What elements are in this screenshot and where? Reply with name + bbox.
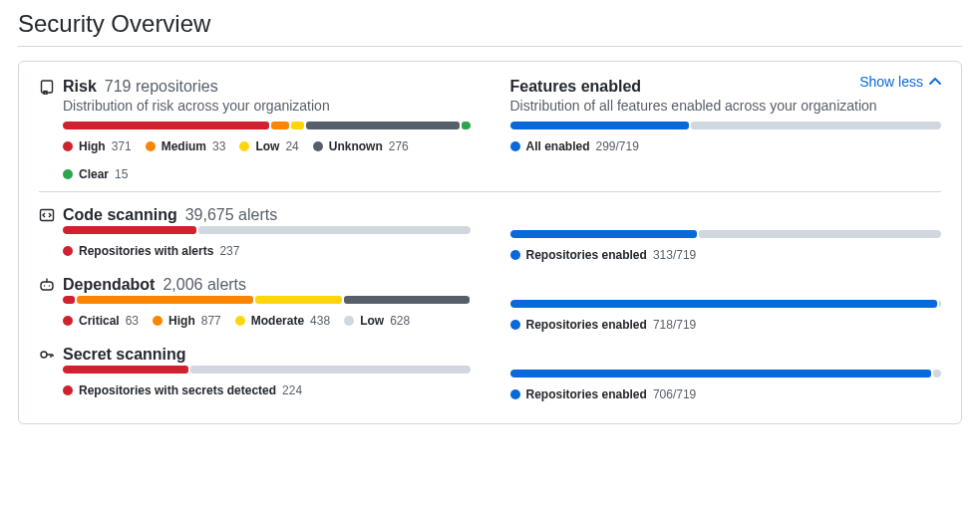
- legend-dot: [510, 389, 520, 399]
- legend-dot: [63, 141, 73, 151]
- legend-label: Unknown: [329, 139, 383, 153]
- bar-segment: [699, 230, 941, 238]
- bar-segment: [344, 296, 470, 304]
- bar-segment: [63, 296, 75, 304]
- risk-subtitle: Distribution of risk across your organiz…: [63, 98, 471, 114]
- legend-dot: [344, 316, 354, 326]
- legend-label: High: [168, 314, 195, 328]
- legend-dot: [146, 141, 156, 151]
- features-section: Features enabled Distribution of all fea…: [510, 78, 942, 181]
- secretscan-left-bar: [63, 366, 471, 374]
- legend-value: 877: [201, 314, 221, 328]
- codescan-section: Code scanning 39,675 alerts Repositories…: [39, 206, 471, 262]
- legend-item[interactable]: Repositories with secrets detected224: [63, 383, 302, 397]
- bar-segment: [255, 296, 343, 304]
- dependabot-left-legend: Critical63High877Moderate438Low628: [63, 314, 471, 328]
- page-title: Security Overview: [18, 10, 962, 47]
- legend-value: 313/719: [653, 248, 696, 262]
- legend-label: Low: [360, 314, 384, 328]
- bar-segment: [63, 366, 188, 374]
- legend-value: 15: [115, 167, 128, 181]
- legend-value: 718/719: [653, 318, 696, 332]
- legend-item[interactable]: Unknown276: [313, 139, 409, 153]
- bar-segment: [190, 366, 470, 374]
- legend-item[interactable]: Repositories with alerts237: [63, 244, 239, 258]
- legend-value: 276: [389, 139, 409, 153]
- legend-value: 237: [219, 244, 239, 258]
- legend-dot: [63, 316, 73, 326]
- legend-item[interactable]: Critical63: [63, 314, 139, 328]
- legend-item[interactable]: Low628: [344, 314, 410, 328]
- secretscan-right: Repositories enabled706/719: [510, 346, 942, 401]
- legend-item[interactable]: Repositories enabled706/719: [510, 387, 697, 401]
- legend-dot: [63, 246, 73, 256]
- legend-item[interactable]: High371: [63, 139, 132, 153]
- dependabot-icon: [39, 277, 55, 293]
- bar-segment: [306, 122, 460, 129]
- legend-label: All enabled: [526, 139, 590, 153]
- legend-label: Repositories enabled: [526, 387, 647, 401]
- secretscan-title: Secret scanning: [63, 346, 186, 364]
- overview-card: Show less Risk 719 repositories Distribu…: [18, 61, 962, 424]
- bar-segment: [77, 296, 252, 304]
- legend-dot: [153, 316, 163, 326]
- code-scan-icon: [39, 207, 55, 223]
- dependabot-left-bar: [63, 296, 471, 304]
- risk-legend: High371Medium33Low24Unknown276Clear15: [63, 139, 471, 181]
- legend-value: 299/719: [596, 139, 639, 153]
- bar-segment: [462, 122, 470, 129]
- bar-segment: [510, 122, 689, 129]
- dependabot-title: Dependabot: [63, 276, 155, 294]
- legend-item[interactable]: High877: [153, 314, 221, 328]
- key-icon: [39, 347, 55, 363]
- svg-point-4: [41, 352, 47, 358]
- codescan-right: Repositories enabled313/719: [510, 206, 942, 262]
- legend-item[interactable]: All enabled299/719: [510, 139, 639, 153]
- legend-label: Repositories enabled: [526, 318, 647, 332]
- legend-dot: [63, 169, 73, 179]
- bar-segment: [510, 370, 932, 378]
- bar-segment: [198, 226, 470, 234]
- show-less-button[interactable]: Show less: [859, 74, 943, 90]
- legend-value: 24: [285, 139, 298, 153]
- legend-label: High: [79, 139, 106, 153]
- codescan-count: 39,675 alerts: [185, 206, 278, 224]
- features-subtitle: Distribution of all features enabled acr…: [510, 98, 942, 114]
- legend-item[interactable]: Clear15: [63, 167, 128, 181]
- legend-item[interactable]: Medium33: [146, 139, 226, 153]
- risk-title: Risk: [63, 78, 97, 96]
- legend-item[interactable]: Low24: [239, 139, 298, 153]
- legend-label: Clear: [79, 167, 109, 181]
- legend-value: 438: [310, 314, 330, 328]
- secretscan-right-legend: Repositories enabled706/719: [510, 387, 942, 401]
- secretscan-left-legend: Repositories with secrets detected224: [63, 383, 471, 397]
- dependabot-section: Dependabot 2,006 alerts Critical63High87…: [39, 276, 471, 332]
- legend-label: Critical: [79, 314, 120, 328]
- legend-dot: [510, 250, 520, 260]
- legend-item[interactable]: Moderate438: [235, 314, 330, 328]
- legend-value: 706/719: [653, 387, 696, 401]
- legend-label: Medium: [162, 139, 206, 153]
- legend-item[interactable]: Repositories enabled313/719: [510, 248, 697, 262]
- dependabot-right-bar: [510, 300, 942, 308]
- legend-dot: [510, 320, 520, 330]
- legend-label: Repositories enabled: [526, 248, 647, 262]
- codescan-left-bar: [63, 226, 471, 234]
- legend-dot: [235, 316, 245, 326]
- legend-dot: [313, 141, 323, 151]
- codescan-right-bar: [510, 230, 942, 238]
- risk-section: Risk 719 repositories Distribution of ri…: [39, 78, 471, 181]
- dependabot-right-legend: Repositories enabled718/719: [510, 318, 942, 332]
- codescan-title: Code scanning: [63, 206, 177, 224]
- features-legend: All enabled299/719: [510, 139, 942, 153]
- legend-dot: [239, 141, 249, 151]
- legend-item[interactable]: Repositories enabled718/719: [510, 318, 697, 332]
- secretscan-right-bar: [510, 370, 942, 378]
- legend-value: 628: [390, 314, 410, 328]
- legend-value: 63: [126, 314, 139, 328]
- codescan-left-legend: Repositories with alerts237: [63, 244, 471, 258]
- legend-value: 224: [282, 383, 302, 397]
- bar-segment: [510, 300, 937, 308]
- repo-icon: [39, 79, 55, 95]
- dependabot-count: 2,006 alerts: [163, 276, 246, 294]
